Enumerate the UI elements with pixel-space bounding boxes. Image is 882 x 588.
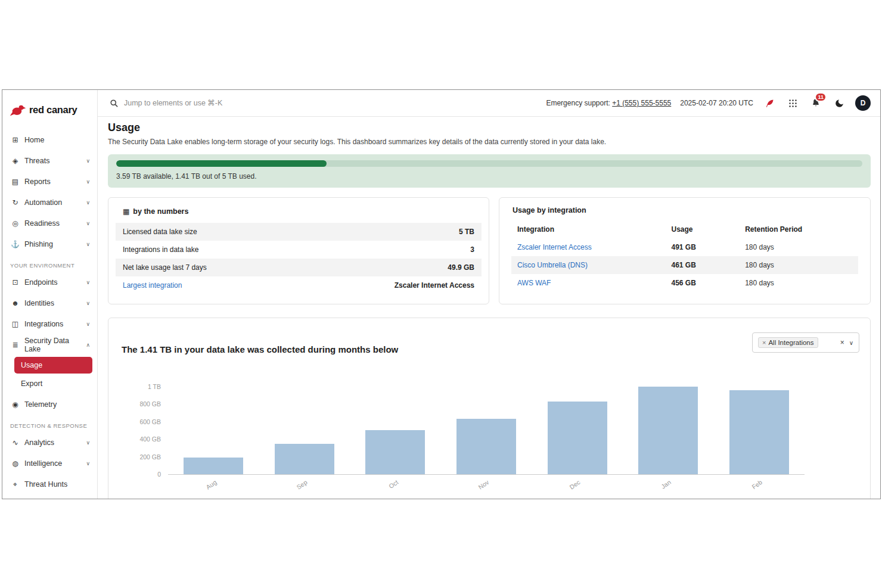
storage-progress-track	[116, 160, 862, 167]
notifications-button[interactable]: 11	[809, 96, 823, 110]
by-the-numbers-table: Licensed data lake size 5 TB Integration…	[116, 223, 482, 294]
sidebar-item-integrations[interactable]: ◫ Integrations ∨	[2, 313, 97, 334]
sidebar-item-phishing[interactable]: ⚓ Phishing ∨	[2, 234, 97, 254]
sidebar-item-home[interactable]: ⊞ Home	[2, 129, 97, 150]
sidebar-subitem-export[interactable]: Export	[14, 375, 92, 392]
sidebar-item-threats[interactable]: ◈ Threats ∨	[2, 150, 97, 171]
storage-progress-fill	[116, 160, 327, 167]
whats-new-feather-button[interactable]	[762, 96, 777, 110]
search-input[interactable]	[124, 99, 315, 107]
bar-slot: Dec	[532, 379, 623, 474]
sidebar-item-automation[interactable]: ↻ Automation ∨	[2, 192, 97, 213]
chevron-down-icon: ∨	[86, 179, 90, 185]
chevron-down-icon: ∨	[86, 300, 90, 306]
sidebar-item-identities[interactable]: ☻ Identities ∨	[2, 293, 97, 313]
sidebar-item-analytics[interactable]: ∿ Analytics ∨	[2, 432, 97, 453]
bar-feb	[729, 390, 789, 474]
summary-cards-row: ▦ by the numbers Licensed data lake size…	[108, 197, 871, 304]
sidebar-item-endpoints[interactable]: ⊡ Endpoints ∨	[2, 272, 97, 293]
topbar-right: Emergency support: +1 (555) 555-5555 202…	[546, 95, 871, 111]
sidebar-item-label: Readiness	[24, 219, 60, 228]
user-avatar[interactable]: D	[855, 95, 871, 111]
global-search[interactable]	[110, 99, 360, 108]
filter-chip[interactable]: × All Integrations	[758, 337, 818, 348]
bar-nov	[456, 419, 516, 474]
largest-integration-link[interactable]: Largest integration	[123, 281, 182, 290]
app-window: red canary ⊞ Home ◈ Threats ∨ ▤ Reports …	[2, 89, 881, 499]
bar-slot: Aug	[168, 379, 259, 474]
by-the-numbers-header: ▦ by the numbers	[116, 207, 482, 216]
sidebar-item-intelligence[interactable]: ◍ Intelligence ∨	[2, 453, 97, 474]
sidebar-subitem-label: Export	[21, 379, 42, 388]
chevron-down-icon: ∨	[86, 200, 90, 206]
page-title: Usage	[108, 122, 871, 134]
sidebar-item-label: Integrations	[24, 320, 63, 328]
sidebar-item-threat-hunts[interactable]: ⌖ Threat Hunts	[2, 474, 97, 494]
sidebar-item-security-data-lake[interactable]: ≣ Security Data Lake ∧	[2, 334, 97, 355]
main-area: Emergency support: +1 (555) 555-5555 202…	[98, 90, 880, 499]
logo-wordmark: red canary	[29, 104, 77, 116]
by-the-numbers-card: ▦ by the numbers Licensed data lake size…	[108, 197, 489, 304]
chevron-down-icon: ∨	[86, 279, 90, 285]
sidebar-item-label: Security Data Lake	[24, 337, 86, 353]
y-axis-label: 400 GB	[139, 435, 161, 443]
table-row: Net lake usage last 7 days 49.9 GB	[116, 259, 482, 276]
row-value: Zscaler Internet Access	[395, 281, 474, 290]
sidebar-item-reports[interactable]: ▤ Reports ∨	[2, 171, 97, 192]
bar-slot: Sep	[259, 379, 350, 474]
bar-sep	[275, 444, 334, 474]
filter-clear-icon[interactable]: ×	[840, 338, 844, 347]
chevron-down-icon: ∨	[86, 321, 90, 327]
usage-by-integration-card: Usage by integration Integration Usage R…	[499, 197, 871, 304]
storage-summary-card: 3.59 TB available, 1.41 TB out of 5 TB u…	[108, 154, 871, 188]
sidebar-item-telemetry[interactable]: ◉ Telemetry	[2, 394, 97, 415]
sidebar-subitem-label: Usage	[21, 361, 42, 369]
data-lake-icon: ≣	[10, 341, 20, 349]
table-row: AWS WAF 456 GB 180 days	[511, 274, 858, 292]
dark-mode-toggle[interactable]	[832, 96, 846, 110]
shield-icon: ◈	[10, 157, 20, 165]
integration-link[interactable]: Zscaler Internet Access	[517, 243, 672, 251]
sidebar-section-environment: YOUR ENVIRONMENT	[2, 254, 97, 272]
bar-chart-plot: AugSepOctNovDecJanFeb1 TB800 GB600 GB400…	[168, 379, 805, 475]
collection-chart-card: × All Integrations × ∨ The 1.41 TB in yo…	[108, 318, 871, 499]
y-axis-label: 1 TB	[148, 383, 161, 390]
col-header-usage: Usage	[672, 225, 746, 234]
chip-remove-icon[interactable]: ×	[762, 339, 766, 346]
col-header-retention: Retention Period	[745, 225, 852, 234]
sidebar-item-label: Identities	[24, 299, 54, 307]
bar-jan	[638, 387, 698, 474]
feather-icon	[765, 98, 775, 108]
integration-link[interactable]: Cisco Umbrella (DNS)	[517, 261, 672, 269]
usage-page: Usage The Security Data Lake enables lon…	[98, 117, 880, 499]
apps-grid-button[interactable]	[785, 96, 800, 110]
sidebar-item-readiness[interactable]: ◎ Readiness ∨	[2, 213, 97, 234]
y-axis-label: 800 GB	[139, 400, 161, 407]
integration-filter-select[interactable]: × All Integrations × ∨	[752, 332, 859, 353]
chevron-down-icon[interactable]: ∨	[849, 340, 853, 346]
filter-chip-label: All Integrations	[768, 339, 813, 346]
chevron-down-icon: ∨	[86, 440, 90, 446]
emergency-support-label: Emergency support:	[546, 99, 610, 107]
identities-icon: ☻	[10, 299, 20, 307]
sidebar-nav: ⊞ Home ◈ Threats ∨ ▤ Reports ∨ ↻ Automat…	[2, 129, 97, 494]
red-canary-logo[interactable]: red canary	[2, 101, 97, 119]
sidebar-item-label: Phishing	[24, 240, 53, 248]
x-axis-label: Oct	[387, 478, 399, 490]
emergency-phone-link[interactable]: +1 (555) 555-5555	[612, 99, 671, 107]
row-label: Net lake usage last 7 days	[123, 263, 207, 272]
table-row: Zscaler Internet Access 491 GB 180 days	[511, 238, 858, 256]
row-value: 3	[470, 245, 474, 254]
table-row: Largest integration Zscaler Internet Acc…	[116, 276, 482, 294]
intelligence-icon: ◍	[10, 459, 20, 468]
integration-table-header: Integration Usage Retention Period	[511, 220, 858, 238]
usage-value: 461 GB	[672, 261, 746, 269]
chevron-down-icon: ∨	[86, 241, 90, 247]
sidebar-subitem-usage[interactable]: Usage	[14, 357, 92, 374]
row-label: Licensed data lake size	[123, 228, 197, 236]
emergency-support: Emergency support: +1 (555) 555-5555	[546, 99, 671, 107]
integration-link[interactable]: AWS WAF	[517, 279, 672, 287]
x-axis-label: Aug	[204, 478, 218, 491]
x-axis-label: Sep	[296, 478, 309, 491]
apps-grid-icon	[788, 98, 798, 108]
